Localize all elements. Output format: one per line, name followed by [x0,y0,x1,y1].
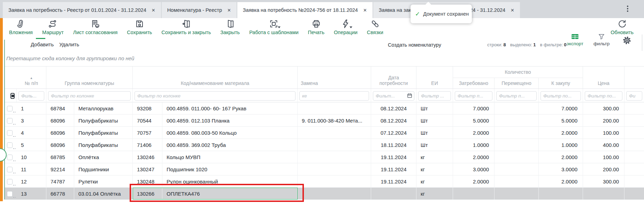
header-unit[interactable]: ЕИ [416,66,453,88]
close-icon[interactable]: ✕ [363,8,367,13]
attachments-button[interactable]: Вложения [9,19,33,35]
print-button[interactable]: Печать [308,19,325,35]
approval-sheet-button[interactable]: Лист согласования [73,19,118,35]
tab-overflow-menu-icon[interactable] [626,5,629,14]
close-icon[interactable]: ✕ [511,8,514,13]
create-nomenclature-button[interactable]: Создать номенклатуру [388,42,441,48]
header-to-buy[interactable]: К закупу [539,78,583,88]
templates-button[interactable]: Работа с шаблонами [249,19,298,35]
row-checkbox[interactable] [7,118,13,124]
cell-unit: кг [416,188,453,200]
table-row[interactable]: 1 68784 Металлорукав 93208 000.4859. 011… [5,102,644,115]
header-price[interactable]: Цена [583,66,624,88]
cell-num: 1 [17,102,46,115]
tab-demand-registry[interactable]: Заявка на потребность - Реестр от 01.01.… [3,2,161,18]
price-filter-input[interactable] [585,91,622,101]
to-buy-filter-input[interactable] [540,91,581,101]
row-checkbox[interactable] [7,130,13,136]
row-checkbox[interactable] [7,142,13,148]
drag-handle-dots [13,185,16,186]
row-checkbox[interactable] [7,155,13,160]
cell-replace [298,151,371,163]
cell-group-code: 66778 [46,188,74,200]
floppy-save-icon [135,19,144,29]
row-checkbox[interactable] [7,106,13,111]
table-row-selected[interactable]: 13 66778 03.01.04 Оплётка 130266 ОПЛЕТКА… [5,188,644,200]
grid-counters: строки:8 выделено:1 в фильтре:0 [487,42,567,47]
table-row[interactable]: 12 74787 Рулетки 130248 Рулон оцинкованн… [5,175,644,188]
select-all-checkbox[interactable] [10,93,15,99]
export-button[interactable]: экспорт [567,34,583,46]
route-icon [48,19,58,29]
active-indicator [36,38,45,39]
header-replace[interactable]: Замена [298,66,371,88]
refresh-icon [618,19,627,29]
table-row[interactable]: 10 68785 Оплётка 130246 Кольцо МУВП 19.1… [5,151,644,163]
filter-cell [46,89,133,103]
table-row[interactable]: 11 92214 Подшипники 130247 Подшипник 102… [5,163,644,175]
close-button[interactable]: Закрыть [220,19,240,35]
gear-icon[interactable] [622,36,631,46]
refresh-button[interactable]: Обновить [611,19,634,35]
cell-to-buy: 2.0000 [539,151,583,163]
door-icon [225,19,235,29]
close-icon[interactable]: ✕ [152,8,155,13]
cell-extra [624,127,644,139]
add-row-button[interactable]: Добавить [31,41,54,47]
filter-cell [416,89,453,103]
requested-filter-input[interactable] [455,91,492,101]
header-moved[interactable]: Перемещено [495,78,539,88]
template-icon [269,19,278,29]
tab-nomenclature-registry[interactable]: Номенклатура - Реестр ✕ [162,2,237,18]
header-num[interactable]: ▲ № п/п [17,66,46,88]
cell-extra [624,139,644,151]
date-filter-input[interactable] [373,91,414,101]
links-button[interactable]: Связки [367,19,383,35]
cell-price: 100.00 [583,151,624,163]
cell-group-name: Подшипники [74,163,133,175]
moved-filter-input[interactable] [496,91,537,101]
cell-replace: 9. 011.000-38-420 Мета... [298,115,371,127]
material-filter-input[interactable] [135,91,296,101]
table-row[interactable]: 4 68096 Полуфабрикаты 70757 000.4859. 08… [5,127,644,139]
cell-group-code: 68785 [46,151,74,163]
button-label: Маршрут [42,30,64,35]
cell-group-code: 68096 [46,115,74,127]
cell-extra [624,163,644,175]
cell-group-code: 92214 [46,163,74,175]
drag-handle-dots [13,136,16,137]
cell-replace [298,102,371,115]
header-group[interactable]: Группа номенклатуры [46,66,133,88]
route-button[interactable]: Маршрут [42,19,64,35]
cell-group-code: 74787 [46,175,74,188]
cell-price: 200.00 [583,163,624,175]
close-icon[interactable]: ✕ [227,8,231,13]
header-date[interactable]: Дата потребности [371,66,416,88]
cell-group-name: Полуфабрикаты [74,127,133,139]
extra-filter-input[interactable] [626,91,642,101]
operations-button[interactable]: Операции [334,19,358,35]
row-checkbox[interactable] [7,191,13,197]
num-filter-input[interactable] [18,91,44,101]
button-label: Работа с шаблонами [249,30,298,35]
unit-filter-input[interactable] [418,91,451,101]
filter-button[interactable]: фильтр [593,34,610,46]
table-row[interactable]: 3 68096 Полуфабрикаты 70544 000.4859. 01… [5,115,644,127]
filter-cell [298,89,371,103]
tab-demand-2024-756[interactable]: Заявка на потребность №2024-756 от 18.11… [237,2,373,18]
row-checkbox[interactable] [7,179,13,185]
group-filter-input[interactable] [48,91,131,101]
row-checkbox[interactable] [7,167,13,172]
save-and-close-button[interactable]: Сохранить и закрыть [161,19,211,35]
drag-handle-dots [13,148,16,149]
table-row[interactable]: 5 68096 Полуфабрикаты 71406 000.4859. 36… [5,139,644,151]
header-requested[interactable]: Затребовано [453,78,495,88]
save-button[interactable]: Сохранить [127,19,152,35]
cell-date: 08.12.2024 [371,102,416,115]
data-grid: ▲ № п/п Группа номенклатуры Код/наименов… [5,66,644,200]
header-material[interactable]: Код/наименование материала [133,66,298,88]
delete-row-button[interactable]: Удалить [59,41,79,47]
filtered-count-value: 0 [564,42,566,47]
divider [642,34,642,51]
replace-filter-input[interactable] [299,91,369,101]
